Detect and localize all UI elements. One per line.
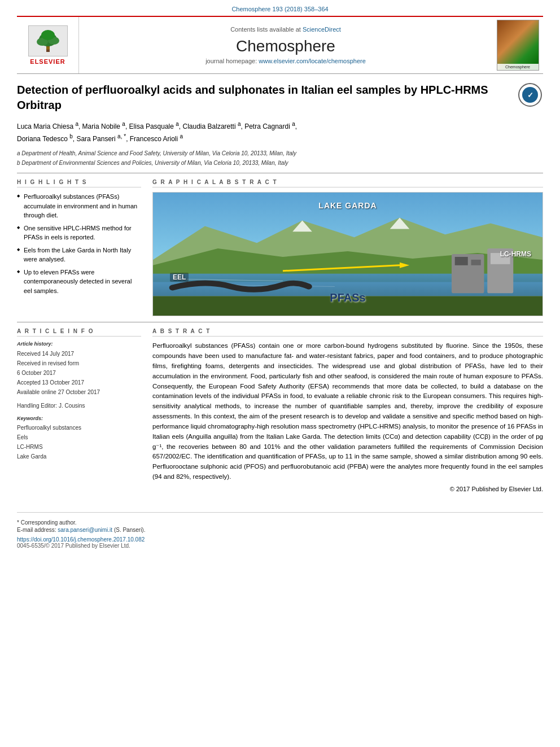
affil-b: b Department of Environmental Sciences a…: [17, 159, 543, 167]
highlight-item-2: One sensitive HPLC-HRMS method for PFASs…: [17, 224, 141, 242]
keywords-list: Perfluoroalkyl substances Eels LC-HRMS L…: [17, 423, 141, 461]
corresponding-note: * Corresponding author.: [17, 518, 543, 527]
abstract-text: Perfluoroalkyl substances (PFASs) contai…: [152, 341, 543, 482]
journal-cover-thumbnail: Chemosphere: [497, 20, 539, 71]
received-date: Received 14 July 2017: [17, 349, 141, 359]
publisher-logo-area: ELSEVIER: [17, 17, 79, 73]
highlight-text-1: Perfluoroalkyl substances (PFASs) accumu…: [24, 193, 137, 219]
keyword-1: Perfluoroalkyl substances: [17, 423, 141, 433]
abstract-copyright: © 2017 Published by Elsevier Ltd.: [152, 486, 543, 492]
graphical-abstract-column: G R A P H I C A L A B S T R A C T: [152, 179, 543, 316]
keywords-title: Keywords:: [17, 416, 141, 421]
journal-info-center: Contents lists available at ScienceDirec…: [79, 17, 492, 73]
elsevier-logo: ELSEVIER: [28, 25, 68, 65]
divider-1: [17, 173, 543, 173]
revised-date: 6 October 2017: [17, 368, 141, 378]
author-chiesa: Luca Maria Chiesa a, Maria Nobile a, Eli…: [17, 123, 297, 130]
highlight-text-4: Up to eleven PFASs were contemporaneousl…: [24, 269, 132, 294]
title-text: Detection of perfluoroalkyl acids and su…: [17, 84, 488, 111]
science-direct-line: Contents lists available at ScienceDirec…: [230, 26, 341, 33]
homepage-label: journal homepage:: [205, 58, 257, 64]
svg-point-6: [46, 46, 50, 50]
issn-text: 0045-6535/© 2017 Published by Elsevier L…: [17, 543, 543, 549]
elsevier-tree-icon: [28, 25, 68, 56]
highlight-item-1: Perfluoroalkyl substances (PFASs) accumu…: [17, 192, 141, 220]
science-direct-link[interactable]: ScienceDirect: [303, 26, 341, 33]
keywords-section: Keywords: Perfluoroalkyl substances Eels…: [17, 416, 141, 461]
highlights-column: H I G H L I G H T S Perfluoroalkyl subst…: [17, 179, 141, 316]
pfas-label: PFASs: [330, 291, 365, 304]
elsevier-brand-text: ELSEVIER: [30, 58, 65, 65]
graphical-abstract-image: LAKE GARDA EEL PFASs LC-HRMS: [152, 192, 543, 316]
handling-editor: Handling Editor: J. Cousins: [17, 401, 141, 410]
keyword-2: Eels: [17, 433, 141, 442]
lake-garda-label: LAKE GARDA: [318, 201, 377, 210]
eel-label: EEL: [170, 273, 189, 282]
highlights-heading: H I G H L I G H T S: [17, 179, 141, 187]
lc-hrms-label: LC-HRMS: [500, 250, 531, 258]
svg-rect-21: [471, 260, 481, 265]
keyword-4: Lake Garda: [17, 452, 141, 461]
journal-header: ELSEVIER Contents lists available at Sci…: [17, 16, 543, 74]
journal-reference: Chemosphere 193 (2018) 358–364: [0, 0, 560, 16]
article-title: Detection of perfluoroalkyl acids and su…: [17, 82, 543, 113]
email-address[interactable]: sara.panseri@unimi.it: [58, 527, 112, 533]
authors-line: Luca Maria Chiesa a, Maria Nobile a, Eli…: [17, 120, 543, 145]
revised-label: Received in revised form: [17, 359, 141, 368]
available-date: Available online 27 October 2017: [17, 387, 141, 397]
history-title: Article history:: [17, 341, 141, 347]
crossmark-badge: ✓: [518, 82, 543, 108]
history-dates: Received 14 July 2017 Received in revise…: [17, 349, 141, 397]
page: Chemosphere 193 (2018) 358–364: [0, 0, 560, 747]
article-footer: * Corresponding author. E-mail address: …: [17, 512, 543, 549]
cover-label: Chemosphere: [497, 64, 539, 70]
svg-rect-20: [455, 257, 468, 265]
email-contact: (S. Panseri).: [114, 527, 146, 533]
article-info-heading: A R T I C L E I N F O: [17, 328, 141, 337]
email-label: E-mail address:: [17, 527, 56, 533]
journal-title-text: Chemosphere: [236, 37, 335, 55]
abstract-column: A B S T R A C T Perfluoroalkyl substance…: [152, 328, 543, 492]
keyword-3: LC-HRMS: [17, 442, 141, 452]
article-info-column: A R T I C L E I N F O Article history: R…: [17, 328, 141, 492]
accepted-date: Accepted 13 October 2017: [17, 378, 141, 387]
highlight-item-4: Up to eleven PFASs were contemporaneousl…: [17, 268, 141, 296]
email-line: E-mail address: sara.panseri@unimi.it (S…: [17, 527, 543, 533]
homepage-line: journal homepage: www.elsevier.com/locat…: [205, 58, 366, 64]
article-content: Detection of perfluoroalkyl acids and su…: [17, 74, 543, 501]
svg-text:✓: ✓: [527, 91, 533, 99]
doi-link[interactable]: https://doi.org/10.1016/j.chemosphere.20…: [17, 536, 543, 543]
affiliations: a Department of Health, Animal Science a…: [17, 149, 543, 167]
svg-point-5: [41, 30, 55, 40]
affil-a: a Department of Health, Animal Science a…: [17, 149, 543, 158]
divider-2: [17, 322, 543, 322]
highlights-graphical-section: H I G H L I G H T S Perfluoroalkyl subst…: [17, 179, 543, 316]
article-info-abstract-section: A R T I C L E I N F O Article history: R…: [17, 328, 543, 492]
journal-cover-area: Chemosphere: [492, 17, 543, 73]
affil-a-text: a Department of Health, Animal Science a…: [17, 150, 296, 156]
abstract-heading: A B S T R A C T: [152, 328, 543, 337]
journal-ref-text: Chemosphere 193 (2018) 358–364: [231, 6, 328, 12]
highlight-text-2: One sensitive HPLC-HRMS method for PFASs…: [24, 225, 132, 241]
graphical-abstract-heading: G R A P H I C A L A B S T R A C T: [152, 179, 543, 187]
author-panseri: Doriana Tedesco b, Sara Panseri a, *, Fr…: [17, 135, 183, 143]
highlight-text-3: Eels from the Lake Garda in North Italy …: [24, 247, 131, 263]
affil-b-text: b Department of Environmental Sciences a…: [17, 160, 288, 166]
contents-available-text: Contents lists available at: [230, 26, 301, 33]
homepage-url[interactable]: www.elsevier.com/locate/chemosphere: [259, 58, 366, 64]
highlights-list: Perfluoroalkyl substances (PFASs) accumu…: [17, 192, 141, 295]
highlight-item-3: Eels from the Lake Garda in North Italy …: [17, 246, 141, 264]
